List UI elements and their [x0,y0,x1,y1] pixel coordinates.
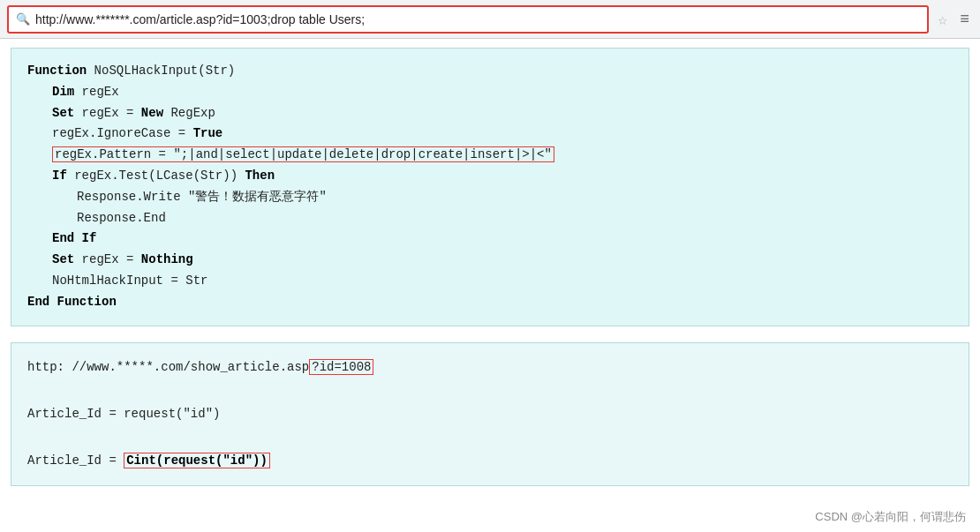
code-line-8: Response.End [27,208,953,229]
bookmark-icon[interactable]: ☆ [934,10,951,29]
code-line-3: Set regEx = New RegExp [27,103,953,124]
code-block-article: http: //www.*****.com/show_article.asp?i… [11,342,969,486]
code-line-1: Function NoSQLHackInput(Str) [27,61,953,82]
code-line-cint: Article_Id = Cint(request("id")) [27,449,953,473]
address-bar[interactable]: 🔍 http://www.*******.com/article.asp?id=… [7,5,929,34]
code-line-10: Set regEx = Nothing [27,250,953,271]
menu-icon[interactable]: ≡ [956,11,973,28]
code-line-11: NoHtmlHackInput = Str [27,271,953,292]
code-line-6: If regEx.Test(LCase(Str)) Then [27,166,953,187]
search-icon: 🔍 [16,12,30,26]
browser-bar: 🔍 http://www.*******.com/article.asp?id=… [0,0,980,39]
article-id-assign: Article_Id = [27,453,124,468]
code-line-2: Dim regEx [27,82,953,103]
main-content: Function NoSQLHackInput(Str) Dim regEx S… [0,39,980,495]
address-text: http://www.*******.com/article.asp?id=10… [35,12,920,26]
code-line-7: Response.Write "警告！数据有恶意字符" [27,187,953,208]
code-line-12: End Function [27,292,953,313]
code-line-request: Article_Id = request("id") [27,402,953,426]
code-line-url: http: //www.*****.com/show_article.asp?i… [27,356,953,379]
code-block-sql-filter: Function NoSQLHackInput(Str) Dim regEx S… [11,48,969,326]
code-line-5: regEx.Pattern = ";|and|select|update|del… [27,145,953,166]
cint-call: Cint(request("id")) [124,453,270,468]
code-line-4: regEx.IgnoreCase = True [27,124,953,145]
url-param: ?id=1008 [309,359,373,375]
watermark: CSDN @心若向阳，何谓悲伤 [815,509,966,525]
url-text: http: //www.*****.com/show_article.asp [27,360,309,374]
code-line-9: End If [27,229,953,250]
